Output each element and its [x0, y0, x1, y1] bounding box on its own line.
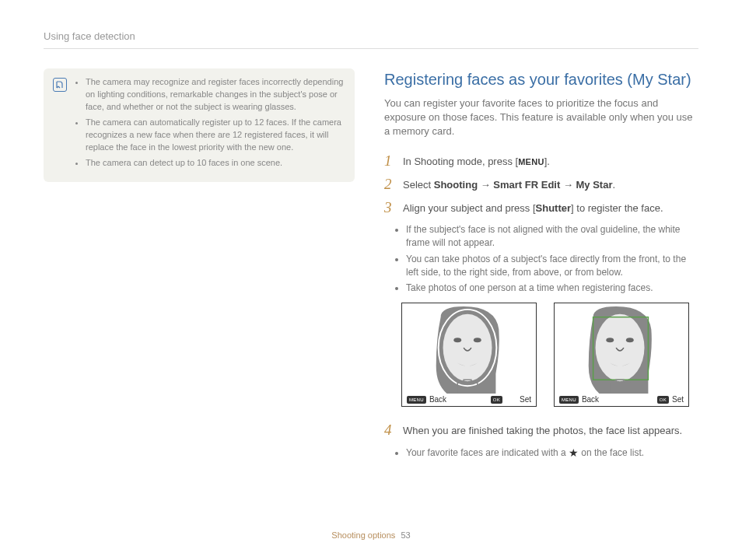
screen-rect-guide: MENU Back OK Set [554, 303, 689, 407]
face-illustration-oval [402, 303, 536, 394]
step-text: Select Shooting → Smart FR Edit → My Sta… [403, 177, 698, 192]
note-item: The camera can detect up to 10 faces in … [86, 157, 344, 170]
header-divider [44, 48, 698, 49]
menu-badge-icon: MENU [407, 396, 426, 404]
step-text: In Shooting mode, press [MENU]. [403, 153, 698, 169]
face-illustration-rect [555, 303, 688, 394]
page-header-section: Using face detection [44, 30, 135, 44]
menu-label: MENU [518, 157, 544, 166]
bullet-item: Your favorite faces are indicated with a… [406, 446, 698, 461]
screen-status-bar: MENU Back OK Set [402, 394, 536, 406]
star-icon: ★ [569, 446, 579, 461]
right-column: Registering faces as your favorites (My … [384, 68, 698, 461]
svg-point-0 [443, 314, 492, 382]
back-label: Back [582, 394, 599, 405]
menu-badge-icon: MENU [559, 396, 579, 404]
ok-badge-icon: OK [657, 396, 669, 404]
note-item: The camera can automatically register up… [86, 117, 344, 154]
back-label: Back [429, 394, 446, 405]
step-number: 1 [384, 153, 397, 169]
note-box: The camera may recognize and register fa… [44, 68, 355, 182]
step-4: 4 When you are finished taking the photo… [384, 422, 698, 438]
section-intro: You can register your favorite faces to … [384, 96, 698, 139]
svg-point-7 [626, 338, 634, 342]
bullet-item: If the subject's face is not aligned wit… [406, 223, 698, 250]
step3-bullets: If the subject's face is not aligned wit… [384, 223, 698, 295]
step-text: Align your subject and press [Shutter] t… [403, 200, 698, 215]
left-column: The camera may recognize and register fa… [44, 68, 355, 461]
bullet-item: Take photos of one person at a time when… [406, 282, 698, 295]
svg-point-6 [606, 338, 614, 342]
step-number: 2 [384, 177, 397, 192]
set-label: Set [520, 394, 531, 405]
note-icon [53, 78, 67, 92]
step-number: 4 [384, 422, 397, 438]
step-2: 2 Select Shooting → Smart FR Edit → My S… [384, 177, 698, 192]
note-item: The camera may recognize and register fa… [86, 76, 344, 114]
page-number: 53 [401, 530, 410, 540]
example-screens: MENU Back OK Set [401, 303, 698, 407]
step-1: 1 In Shooting mode, press [MENU]. [384, 153, 698, 169]
step-text: When you are finished taking the photos,… [403, 422, 698, 438]
screen-status-bar: MENU Back OK Set [555, 394, 688, 406]
svg-point-3 [474, 338, 481, 342]
bullet-item: You can take photos of a subject's face … [406, 253, 698, 279]
step-3: 3 Align your subject and press [Shutter]… [384, 200, 698, 215]
section-heading: Registering faces as your favorites (My … [384, 68, 698, 90]
footer-section: Shooting options [331, 530, 395, 540]
set-label: Set [672, 394, 684, 405]
page-footer: Shooting options 53 [0, 530, 742, 541]
svg-point-2 [453, 338, 461, 342]
ok-badge-icon: OK [491, 396, 502, 404]
svg-point-4 [596, 314, 645, 382]
step-number: 3 [384, 200, 397, 215]
step4-bullets: Your favorite faces are indicated with a… [384, 446, 698, 461]
note-list: The camera may recognize and register fa… [75, 76, 344, 173]
screen-oval-guide: MENU Back OK Set [401, 303, 537, 407]
